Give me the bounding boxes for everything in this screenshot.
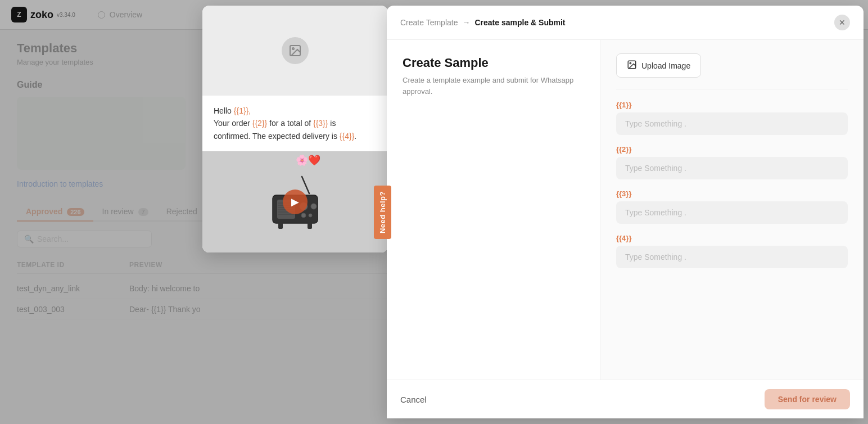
modal-close-button[interactable]: ✕: [834, 15, 850, 30]
svg-rect-16: [308, 222, 312, 229]
svg-point-12: [311, 204, 317, 209]
preview-video-area: 🌸❤️ ▶: [202, 151, 388, 252]
svg-point-13: [301, 213, 306, 218]
hearts-decoration: 🌸❤️: [296, 154, 320, 166]
preview-line2-before: Your order: [214, 119, 252, 128]
video-play-button[interactable]: ▶: [283, 190, 308, 214]
preview-line2-var2: {{3}}: [313, 119, 328, 128]
variable-4-group: {{4}}: [616, 234, 848, 278]
preview-line2-var1: {{2}}: [252, 119, 268, 128]
need-help-wrapper[interactable]: Need help?: [374, 186, 391, 239]
var-3-input[interactable]: [616, 201, 848, 224]
var-3-label: {{3}}: [616, 190, 848, 198]
var-1-input[interactable]: [616, 112, 848, 135]
variable-1-group: {{1}}: [616, 101, 848, 145]
var-4-input[interactable]: [616, 246, 848, 268]
close-icon: ✕: [839, 18, 846, 27]
svg-line-2: [302, 177, 309, 193]
variable-3-group: {{3}}: [616, 190, 848, 234]
modal-right-section: Upload Image {{1}} {{2}} {{3}} {{4}}: [600, 40, 864, 380]
svg-rect-15: [278, 222, 283, 229]
upload-image-icon: [627, 60, 637, 71]
modal-left-section: Create Sample Create a template example …: [387, 40, 600, 380]
preview-line-1: Hello {{1}},: [214, 105, 377, 117]
svg-point-1: [292, 48, 294, 49]
need-help-tab[interactable]: Need help?: [374, 186, 391, 239]
create-sample-desc: Create a template example and submit for…: [403, 75, 584, 97]
breadcrumb-parent: Create Template: [400, 18, 458, 27]
var-4-label: {{4}}: [616, 234, 848, 242]
breadcrumb-arrow: →: [462, 18, 470, 27]
breadcrumb-current: Create sample & Submit: [474, 18, 565, 27]
modal-body: Create Sample Create a template example …: [387, 40, 864, 380]
preview-line2-end: is: [328, 119, 336, 128]
preview-line3-end: .: [354, 132, 356, 141]
play-icon: ▶: [291, 196, 299, 208]
modal-footer: Cancel Send for review: [387, 380, 864, 418]
variable-2-group: {{2}}: [616, 145, 848, 190]
preview-image-area: [202, 6, 388, 96]
divider: [616, 89, 848, 89]
upload-image-label: Upload Image: [641, 61, 690, 70]
upload-image-button[interactable]: Upload Image: [616, 53, 701, 78]
preview-text-area: Hello {{1}}, Your order {{2}} for a tota…: [202, 96, 388, 151]
left-preview-modal: Hello {{1}}, Your order {{2}} for a tota…: [202, 6, 388, 252]
modal-header: Create Template → Create sample & Submit…: [387, 6, 864, 40]
preview-line3-var: {{4}}: [340, 132, 355, 141]
var-1-label: {{1}}: [616, 101, 848, 109]
breadcrumb: Create Template → Create sample & Submit: [400, 18, 566, 27]
cancel-button[interactable]: Cancel: [400, 395, 427, 404]
preview-line-3: confirmed. The expected delivery is {{4}…: [214, 130, 377, 142]
preview-line-2: Your order {{2}} for a total of {{3}} is: [214, 117, 377, 129]
right-create-modal: Create Template → Create sample & Submit…: [387, 6, 864, 418]
preview-line1-var: {{1}},: [234, 106, 251, 115]
preview-line1-before: Hello: [214, 106, 234, 115]
image-placeholder-icon: [282, 37, 309, 64]
var-2-input[interactable]: [616, 157, 848, 179]
var-2-label: {{2}}: [616, 145, 848, 154]
create-sample-title: Create Sample: [403, 56, 584, 70]
send-review-button[interactable]: Send for review: [765, 389, 850, 409]
preview-line3-before: confirmed. The expected delivery is: [214, 132, 340, 141]
preview-line2-mid: for a total of: [267, 119, 313, 128]
svg-point-14: [309, 214, 312, 217]
svg-point-18: [630, 62, 631, 64]
